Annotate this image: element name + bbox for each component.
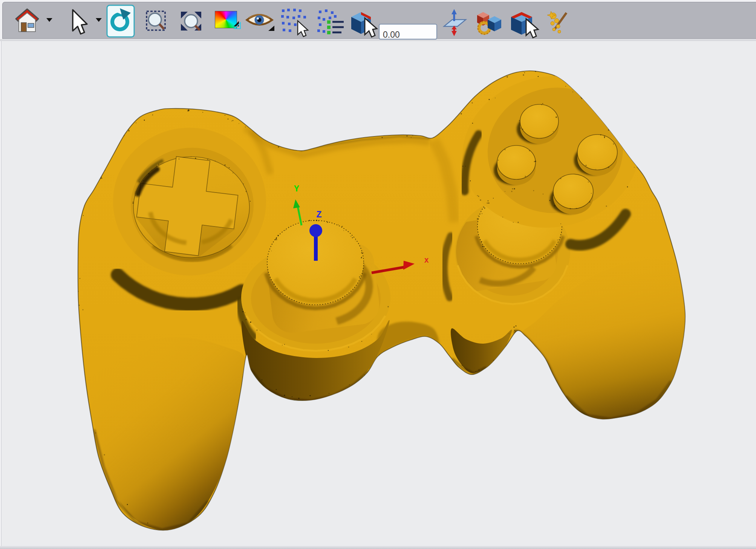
svg-text:Z: Z — [316, 210, 322, 220]
svg-text:0.00: 0.00 — [383, 30, 400, 40]
svg-text:X: X — [424, 257, 429, 265]
svg-text:Y: Y — [294, 184, 299, 194]
